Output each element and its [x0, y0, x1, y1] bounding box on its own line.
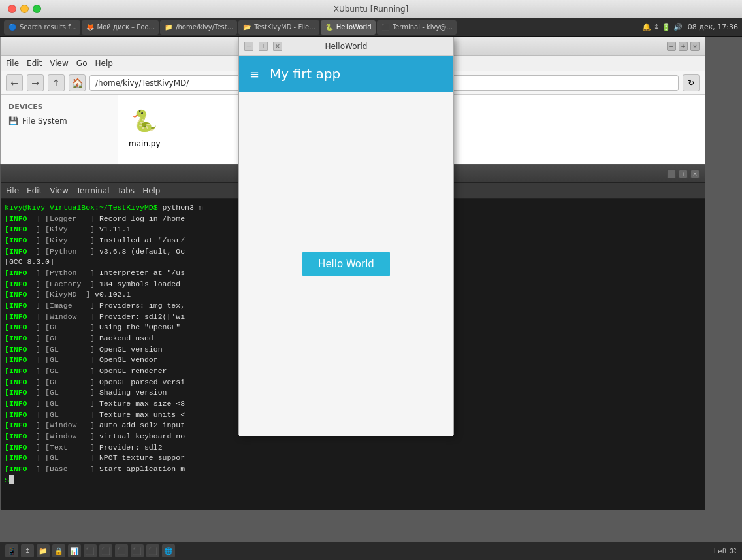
term-menu-view[interactable]: View [50, 186, 68, 195]
taskbar-item-gdrive[interactable]: 🦊 Мой диск – Гоо... [82, 20, 159, 35]
status-icon-6[interactable]: ⬛ [84, 544, 97, 557]
term-menu-tabs[interactable]: Tabs [118, 186, 135, 195]
fm-menu-file[interactable]: File [6, 59, 19, 68]
terminal-line: [INFO ] [Text ] Provider: sdl2 [5, 442, 701, 453]
fm-close-button[interactable]: × [690, 42, 700, 51]
python-file-icon: 🐍 [129, 105, 160, 137]
taskbar-item-label: Terminal - kivy@... [393, 24, 453, 31]
mac-title-bar: XUbuntu [Running] [0, 0, 742, 18]
status-right-text: Left ⌘ [714, 547, 737, 555]
status-icon-3[interactable]: 📁 [37, 544, 50, 557]
status-icon-1[interactable]: 📱 [5, 544, 18, 557]
main-area: TestKivyMD - File Manager − + × File Edi… [0, 37, 742, 542]
fm-path-text: /home/kivy/TestKivyMD/ [95, 78, 189, 88]
taskbar-item-label: Мой диск – Гоо... [97, 24, 155, 31]
taskbar-right: 🔔 ↕ 🔋 🔊 08 дек, 17:36 [642, 23, 738, 31]
taskbar-item-terminal[interactable]: ⬛ Terminal - kivy@... [377, 20, 457, 35]
kivy-minimize-button[interactable]: − [244, 42, 253, 51]
term-window-controls: − + × [667, 169, 700, 178]
mac-window-controls [8, 5, 41, 13]
minimize-button[interactable] [20, 5, 29, 13]
fm-devices-section: DEVICES [1, 100, 118, 114]
fm-window-controls: − + × [667, 42, 700, 51]
taskbar-item-label: /home/kivy/Test... [176, 24, 233, 31]
window-title: XUbuntu [Running] [334, 5, 409, 14]
kivy-close-button[interactable]: × [273, 42, 282, 51]
kivy-title-bar: − + × HelloWorld [239, 37, 453, 56]
fm-menu-view[interactable]: View [50, 59, 68, 68]
term-menu-terminal[interactable]: Terminal [76, 186, 110, 195]
fm-menu-go[interactable]: Go [76, 59, 88, 68]
terminal-line: [INFO ] [GL ] NPOT texture suppor [5, 453, 701, 464]
status-icon-8[interactable]: ⬛ [115, 544, 128, 557]
taskbar-item-helloworld[interactable]: 🐍 HelloWorld [321, 20, 376, 35]
fm-minimize-button[interactable]: − [667, 42, 676, 51]
fm-sidebar-item-label: File System [22, 116, 67, 125]
term-maximize-button[interactable]: + [679, 169, 688, 178]
taskbar-datetime: 08 дек, 17:36 [688, 23, 738, 31]
taskbar: 🔵 Search results f... 🦊 Мой диск – Гоо..… [0, 18, 742, 37]
fm-file-name: main.py [129, 139, 161, 148]
kivy-window-controls: − + × [244, 42, 282, 51]
fm-home-button[interactable]: 🏠 [69, 74, 86, 91]
firefox-icon: 🦊 [86, 23, 95, 32]
close-button[interactable] [8, 5, 16, 13]
term-close-button[interactable]: × [690, 169, 700, 178]
status-icon-2[interactable]: ↕ [21, 544, 34, 557]
taskbar-item-label: HelloWorld [336, 24, 372, 31]
fm-sidebar-filesystem[interactable]: 💾 File System [1, 114, 118, 128]
status-icon-5[interactable]: 📊 [68, 544, 81, 557]
hello-world-button[interactable]: Hello World [302, 252, 390, 276]
status-icon-9[interactable]: ⬛ [131, 544, 144, 557]
taskbar-item-search[interactable]: 🔵 Search results f... [4, 20, 80, 35]
kivy-app-window: − + × HelloWorld ≡ My firt app Hello Wor… [238, 37, 454, 435]
python-icon: 🐍 [325, 23, 334, 32]
filesystem-icon: 💾 [8, 116, 18, 125]
kivy-app-content: Hello World [239, 92, 453, 436]
fm-back-button[interactable]: ← [6, 74, 23, 91]
status-icon-10[interactable]: ⬛ [146, 544, 159, 557]
kivy-maximize-button[interactable]: + [259, 42, 268, 51]
hamburger-menu-icon[interactable]: ≡ [250, 67, 259, 81]
kivy-app-title: My firt app [270, 66, 340, 82]
kivy-title: HelloWorld [325, 42, 368, 51]
fm-menu-help[interactable]: Help [95, 59, 112, 68]
term-minimize-button[interactable]: − [667, 169, 676, 178]
status-icons: 📱 ↕ 📁 🔒 📊 ⬛ ⬛ ⬛ ⬛ ⬛ 🌐 [5, 544, 175, 557]
status-icon-4[interactable]: 🔒 [52, 544, 65, 557]
fm-maximize-button[interactable]: + [679, 42, 688, 51]
taskbar-item-label: TestKivyMD - File... [254, 24, 315, 31]
folder-icon: 📁 [164, 23, 173, 32]
terminal-icon: ⬛ [381, 23, 390, 32]
term-menu-file[interactable]: File [6, 186, 19, 195]
terminal-line: [INFO ] [Base ] Start application m [5, 464, 701, 475]
fm-forward-button[interactable]: → [27, 74, 44, 91]
status-bar: 📱 ↕ 📁 🔒 📊 ⬛ ⬛ ⬛ ⬛ ⬛ 🌐 Left ⌘ [0, 542, 742, 560]
filemanager-icon: 📂 [242, 23, 251, 32]
taskbar-item-filemanager[interactable]: 📂 TestKivyMD - File... [238, 20, 319, 35]
terminal-cursor-line: $ [5, 475, 701, 486]
fm-menu-edit[interactable]: Edit [27, 59, 42, 68]
taskbar-item-label: Search results f... [20, 24, 76, 31]
fm-file-python[interactable]: 🐍 main.py [123, 100, 166, 154]
taskbar-item-folder[interactable]: 📁 /home/kivy/Test... [160, 20, 237, 35]
kivy-app-bar: ≡ My firt app [239, 56, 453, 92]
status-icon-7[interactable]: ⬛ [99, 544, 112, 557]
maximize-button[interactable] [33, 5, 41, 13]
fm-reload-button[interactable]: ↻ [683, 74, 700, 91]
fm-up-button[interactable]: ↑ [48, 74, 65, 91]
search-icon: 🔵 [8, 23, 17, 32]
status-icon-11[interactable]: 🌐 [162, 544, 175, 557]
term-menu-help[interactable]: Help [142, 186, 160, 195]
taskbar-icons: 🔔 ↕ 🔋 🔊 [642, 23, 683, 31]
term-menu-edit[interactable]: Edit [27, 186, 42, 195]
